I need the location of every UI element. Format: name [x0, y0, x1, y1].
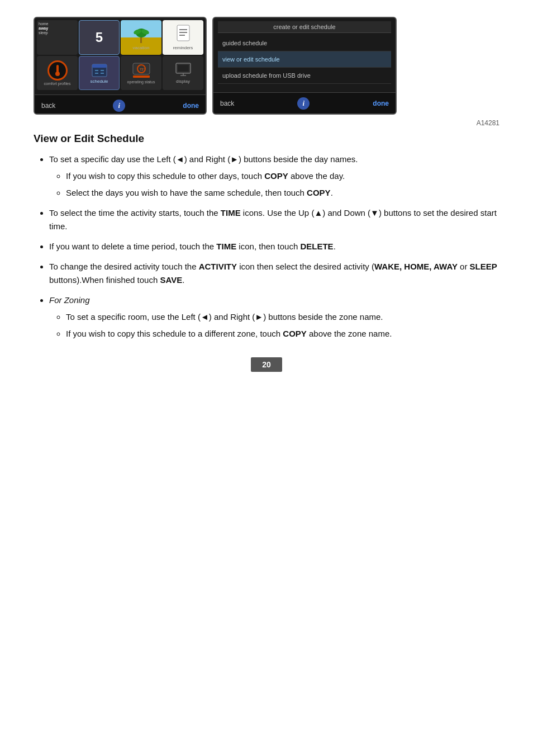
list-item-5: For Zoning To set a specific room, use t… [49, 294, 499, 341]
page-wrapper: home away sleep 5 [0, 0, 533, 405]
left-screen-grid: home away sleep 5 [35, 18, 206, 92]
copy-bold-1: COPY [264, 171, 288, 181]
display-cell[interactable]: display [163, 56, 203, 91]
thermostat-ring-icon [47, 60, 68, 81]
bullet-4-text: To change the desired activity touch the… [49, 262, 497, 285]
schedule-label: schedule [90, 79, 108, 84]
right-info-icon[interactable]: i [297, 97, 310, 110]
display-icon [175, 62, 192, 78]
bullet-2-text: To select the time the activity starts, … [49, 208, 497, 231]
svg-rect-19 [133, 75, 150, 78]
right-screen-content: create or edit schedule guided schedule … [213, 18, 396, 92]
sub-item-5-1: To set a specific room, use the Left (◄)… [66, 310, 499, 324]
list-item-2: To select the time the activity starts, … [49, 206, 499, 233]
device-icon: 72° [132, 62, 151, 79]
zoning-italic: For Zoning [49, 295, 90, 305]
save-bold: SAVE [160, 275, 182, 285]
right-device-screen: create or edit schedule guided schedule … [212, 17, 397, 115]
upload-schedule-item[interactable]: upload schedule from USB drive [218, 68, 391, 84]
sub-item-5-2: If you wish to copy this schedule to a d… [66, 327, 499, 341]
right-back-button[interactable]: back [220, 100, 234, 107]
left-device-screen: home away sleep 5 [34, 17, 207, 115]
time-bold-2: TIME [216, 242, 236, 251]
list-item-1: To set a specific day use the Left (◄) a… [49, 153, 499, 200]
operating-status-label: operating status [127, 80, 155, 84]
vacation-label: vacation [133, 45, 150, 50]
article-id: A14281 [34, 119, 499, 127]
section-heading: View or Edit Schedule [34, 133, 499, 145]
comfort-profiles-cell[interactable]: comfort profiles [37, 56, 78, 91]
right-title-bar: create or edit schedule [218, 21, 391, 33]
list-item-3: If you want to delete a time period, tou… [49, 240, 499, 253]
guided-schedule-item[interactable]: guided schedule [218, 35, 391, 51]
reminders-icon [175, 24, 192, 44]
sub-item-1-2: Select the days you wish to have the sam… [66, 186, 499, 200]
screenshots-row: home away sleep 5 [34, 17, 499, 115]
copy-bold-2: COPY [307, 188, 331, 197]
bullet-3-text: If you want to delete a time period, tou… [49, 242, 336, 251]
right-done-button[interactable]: done [373, 100, 389, 107]
schedule-icon [91, 62, 108, 78]
reminders-label: reminders [173, 45, 193, 50]
thermometer-icon [52, 64, 63, 77]
mode-cell[interactable]: home away sleep [37, 20, 78, 55]
vacation-cell[interactable]: vacation [121, 20, 161, 55]
view-edit-schedule-item[interactable]: view or edit schedule [218, 51, 391, 68]
comfort-label: comfort profiles [44, 82, 71, 86]
svg-rect-11 [92, 64, 107, 68]
wake-bold: WAKE, HOME, AWAY [374, 262, 458, 271]
svg-rect-4 [177, 25, 189, 41]
reminders-cell[interactable]: reminders [163, 20, 203, 55]
time-bold-1: TIME [221, 208, 241, 218]
svg-rect-21 [178, 65, 189, 72]
sub-item-1-1: If you wish to copy this schedule to oth… [66, 169, 499, 183]
sub-list-1: If you wish to copy this schedule to oth… [49, 169, 499, 200]
page-number: 20 [251, 357, 282, 372]
sleep-bold: SLEEP [470, 262, 497, 271]
schedule-cell[interactable]: schedule [79, 56, 120, 91]
activity-bold: ACTIVITY [199, 262, 237, 271]
svg-rect-8 [56, 65, 59, 73]
number-value: 5 [96, 30, 103, 45]
sub-list-5: To set a specific room, use the Left (◄)… [49, 310, 499, 341]
home-label: home [39, 22, 49, 26]
sleep-label: sleep [39, 31, 49, 35]
page-number-box: 20 [34, 357, 499, 372]
left-screen-bottom-bar: back i done [35, 94, 206, 115]
bullet-1-text: To set a specific day use the Left (◄) a… [49, 154, 358, 164]
svg-point-9 [55, 72, 60, 76]
mode-labels: home away sleep [39, 22, 49, 35]
left-back-button[interactable]: back [41, 102, 55, 110]
list-item-4: To change the desired activity touch the… [49, 260, 499, 287]
left-done-button[interactable]: done [183, 102, 199, 110]
copy-bold-zone: COPY [283, 329, 307, 338]
main-content-list: To set a specific day use the Left (◄) a… [34, 153, 499, 341]
display-label: display [176, 79, 190, 84]
delete-bold: DELETE [300, 242, 333, 251]
svg-text:72°: 72° [140, 68, 145, 71]
number-cell[interactable]: 5 [79, 20, 120, 55]
vacation-icon [133, 24, 150, 44]
operating-status-cell[interactable]: 72° operating status [121, 56, 161, 91]
away-label: away [39, 26, 49, 30]
left-info-icon[interactable]: i [113, 100, 125, 112]
right-screen-bottom-bar: back i done [213, 92, 396, 114]
